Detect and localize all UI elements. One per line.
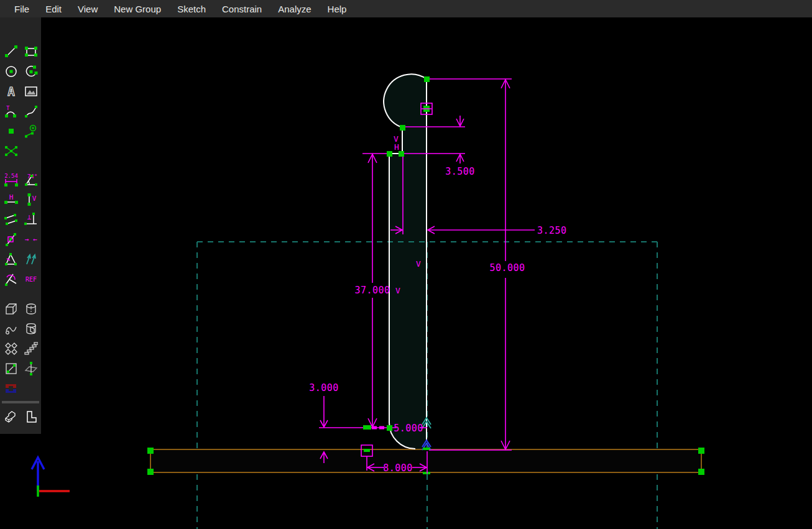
line-segment-icon: [4, 45, 18, 58]
plate-corner-point: [147, 469, 154, 475]
sketch-canvas[interactable]: 50.000 37.000 3.500 3.: [0, 0, 812, 529]
constraint-label-v-left[interactable]: V: [395, 286, 400, 295]
nearest-iso-view-button[interactable]: [3, 409, 19, 425]
perpendicular-constraint-icon: ⊥: [24, 213, 38, 226]
step-rotating-button[interactable]: [3, 341, 19, 357]
arc-button[interactable]: [23, 63, 39, 80]
step-rotating-icon: [4, 342, 18, 356]
axes-indicator: [32, 458, 70, 497]
dimension-37[interactable]: 37.000: [354, 154, 390, 427]
tangent-constraint-button[interactable]: [3, 271, 19, 287]
parallel-normals-constraint-icon: [24, 252, 38, 266]
menu-new-group[interactable]: New Group: [106, 1, 169, 17]
menu-sketch[interactable]: Sketch: [169, 1, 214, 17]
toolbar-separator: [2, 401, 39, 403]
menu-help[interactable]: Help: [320, 1, 355, 17]
nearest-iso-view-icon: [4, 410, 18, 424]
base-plate-rectangle[interactable]: [147, 448, 704, 475]
dim-text-3: 3.000: [309, 382, 339, 393]
equal-constraint-button[interactable]: [3, 251, 19, 267]
svg-text:V: V: [32, 195, 37, 203]
extrude-button[interactable]: [3, 301, 19, 317]
angle-dimension-button[interactable]: 74°: [23, 172, 39, 188]
svg-text:⊥: ⊥: [27, 213, 32, 221]
constraint-label-v-right[interactable]: V: [416, 259, 421, 269]
text-tool-button[interactable]: A: [3, 83, 19, 99]
parallel-constraint-button[interactable]: [3, 211, 19, 228]
horizontal-constraint-button[interactable]: H: [3, 191, 19, 208]
point-on-line-constraint-icon: [4, 232, 18, 246]
svg-text:A: A: [7, 85, 15, 98]
construction-button[interactable]: [23, 123, 39, 139]
datum-point-icon: [4, 124, 18, 138]
toolbar: A T: [0, 17, 41, 434]
helix-icon: [24, 322, 38, 336]
dimension-5[interactable]: 5.000: [319, 423, 427, 434]
datum-point-button[interactable]: [3, 123, 19, 139]
rectangle-icon: [24, 45, 38, 58]
sketch-in-workplane-button[interactable]: [3, 361, 19, 377]
workplane-button[interactable]: [23, 361, 39, 377]
circle-button[interactable]: [3, 63, 19, 80]
link-assembly-button[interactable]: [3, 380, 19, 397]
vertical-constraint-icon: V: [24, 193, 38, 206]
point-on-line-button[interactable]: [3, 231, 19, 247]
menu-file[interactable]: File: [6, 1, 37, 17]
revolve-button[interactable]: [3, 321, 19, 337]
split-curves-button[interactable]: [3, 143, 19, 159]
distance-dimension-button[interactable]: 2.54: [3, 172, 19, 188]
parallel-normals-button[interactable]: [23, 251, 39, 267]
tangent-arc-icon: T: [4, 104, 18, 118]
construction-line-icon: [24, 124, 38, 138]
menu-edit[interactable]: Edit: [37, 1, 70, 17]
cubic-spline-icon: [24, 104, 38, 118]
arc-icon: [24, 65, 38, 78]
image-icon: [24, 85, 38, 98]
svg-text:H: H: [9, 193, 14, 201]
svg-text:REF: REF: [25, 276, 37, 283]
dimension-50[interactable]: 50.000: [429, 79, 525, 450]
reference-tick: [423, 472, 430, 474]
dim-text-50: 50.000: [489, 262, 525, 274]
dim-text-37: 37.000: [354, 285, 390, 296]
rectangle-button[interactable]: [23, 44, 39, 60]
menu-analyze[interactable]: Analyze: [270, 1, 319, 17]
symmetric-constraint-button[interactable]: → ←: [23, 231, 39, 247]
sketch-in-workplane-icon: [4, 362, 18, 375]
image-tool-button[interactable]: [23, 83, 39, 99]
sketch-point: [363, 425, 371, 430]
dim-text-8: 8.000: [383, 462, 413, 474]
menu-constrain[interactable]: Constrain: [214, 1, 270, 17]
line-segment-button[interactable]: [3, 44, 19, 60]
reference-dimension-button[interactable]: REF: [23, 271, 39, 287]
perpendicular-constraint-button[interactable]: ⊥: [23, 211, 39, 228]
menu-view[interactable]: View: [70, 1, 106, 17]
reference-dimension-icon: REF: [24, 272, 38, 286]
helix-button[interactable]: [23, 321, 39, 337]
step-translating-icon: [24, 342, 38, 356]
dim-text-3-25: 3.250: [537, 225, 567, 236]
equal-constraint-icon: [4, 252, 18, 266]
extrude-icon: [4, 302, 18, 316]
solvespace-window: 50.000 37.000 3.500 3.: [0, 0, 812, 529]
svg-text:2.54: 2.54: [4, 173, 18, 179]
vertical-constraint-button[interactable]: V: [23, 191, 39, 208]
constraint-label-h-step[interactable]: H: [394, 142, 399, 152]
menu-bar: File Edit View New Group Sketch Constrai…: [0, 0, 812, 17]
revolve-icon: [4, 322, 18, 336]
svg-text:→ ←: → ←: [25, 236, 37, 244]
split-curves-icon: [4, 144, 18, 158]
lathe-button[interactable]: [23, 301, 39, 317]
distance-dimension-icon: 2.54: [4, 173, 18, 186]
plate-corner-point: [147, 448, 154, 454]
parallel-constraint-icon: [4, 213, 18, 226]
tangent-constraint-icon: [4, 272, 18, 286]
tangent-arc-button[interactable]: T: [3, 103, 19, 119]
step-translating-button[interactable]: [23, 341, 39, 357]
circle-icon: [4, 65, 18, 78]
link-assembly-icon: [4, 382, 18, 395]
dim-text-5: 5.000: [394, 423, 423, 434]
align-view-button[interactable]: [23, 409, 39, 425]
cubic-spline-button[interactable]: [23, 103, 39, 119]
align-view-to-workplane-icon: [24, 410, 38, 424]
